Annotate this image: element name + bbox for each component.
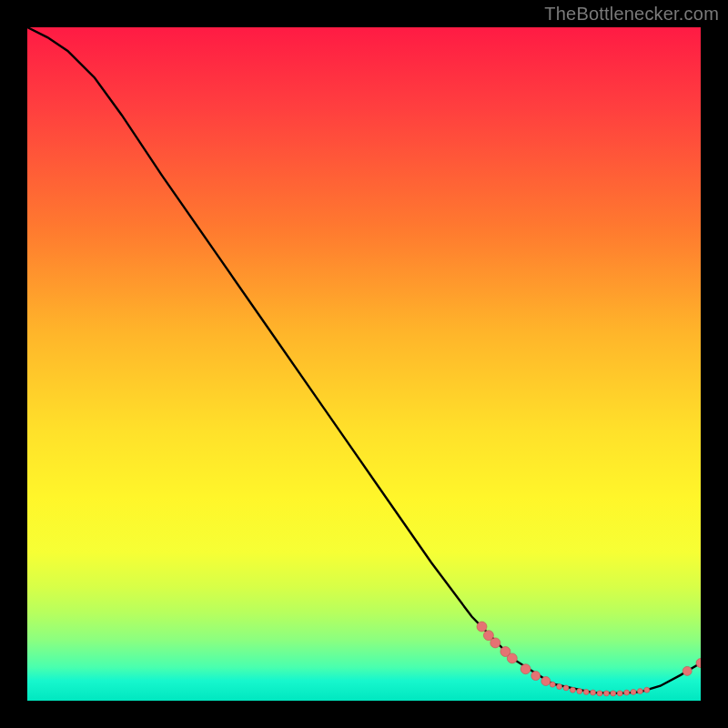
data-marker — [507, 653, 517, 663]
data-marker — [611, 691, 616, 696]
data-marker — [577, 689, 582, 694]
chart-svg — [27, 27, 701, 701]
data-marker — [521, 664, 531, 674]
data-marker — [597, 691, 602, 696]
data-marker — [531, 672, 541, 681]
data-marker — [637, 689, 642, 694]
data-marker — [644, 687, 650, 693]
data-marker — [583, 689, 589, 694]
data-marker — [557, 684, 562, 690]
data-marker — [631, 689, 636, 694]
data-marker — [682, 666, 692, 675]
data-markers — [477, 622, 701, 696]
data-marker — [541, 677, 551, 686]
plot-area — [27, 27, 701, 701]
data-marker — [477, 622, 487, 632]
bottleneck-curve — [27, 27, 701, 693]
chart-frame: TheBottlenecker.com — [0, 0, 728, 728]
data-marker — [624, 690, 630, 695]
data-marker — [550, 682, 555, 687]
data-marker — [591, 690, 596, 695]
data-marker — [617, 691, 622, 696]
data-marker — [603, 691, 609, 696]
data-marker — [490, 638, 500, 648]
data-marker — [563, 685, 569, 691]
data-marker — [570, 687, 575, 693]
watermark-text: TheBottlenecker.com — [544, 4, 719, 25]
